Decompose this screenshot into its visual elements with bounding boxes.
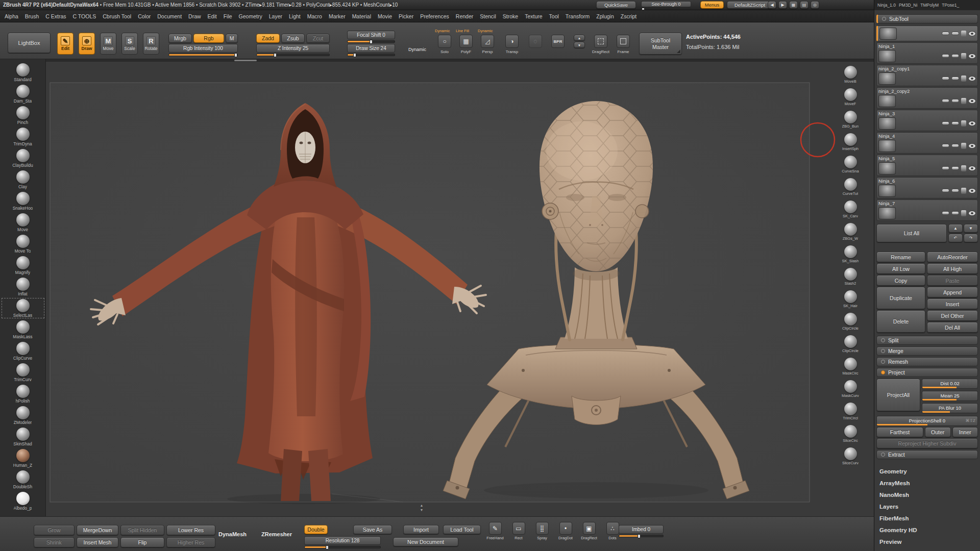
autoreorder-button[interactable]: AutoReorder xyxy=(927,252,978,262)
menu-item[interactable]: Stroke xyxy=(503,13,518,19)
stroke-type-item[interactable]: ▣ DragRect xyxy=(579,522,599,540)
window-control-icon[interactable]: ▶ xyxy=(778,1,787,9)
quick-brush-item[interactable]: SK_Slash xyxy=(832,243,869,265)
brush-item[interactable]: SnakeHoo xyxy=(1,190,45,212)
extract-section[interactable]: Extract xyxy=(876,450,978,459)
solo-icon[interactable]: ○ xyxy=(438,35,451,48)
see-through-slider[interactable]: See-through 0 xyxy=(641,1,691,9)
tool-tab[interactable]: TPose1_ xyxy=(942,3,959,8)
brush-item[interactable]: Move xyxy=(1,212,45,233)
menu-item[interactable]: Alpha xyxy=(5,13,18,19)
uv-toggle-icon[interactable] xyxy=(951,211,959,215)
menu-item[interactable]: Texture xyxy=(525,13,542,19)
visibility-eye-icon[interactable] xyxy=(968,211,976,216)
resolution-slider[interactable]: Resolution 128 xyxy=(304,536,381,548)
brush-item[interactable]: ClipCurve xyxy=(1,340,45,362)
project-section[interactable]: Project xyxy=(876,368,978,377)
paintbrush-icon[interactable] xyxy=(961,165,966,171)
polypaint-toggle-icon[interactable] xyxy=(942,189,949,192)
uv-toggle-icon[interactable] xyxy=(951,32,959,35)
all-low-button[interactable]: All Low xyxy=(876,263,925,274)
paintbrush-icon[interactable] xyxy=(961,31,966,37)
uv-toggle-icon[interactable] xyxy=(951,144,959,147)
polypaint-toggle-icon[interactable] xyxy=(942,211,949,215)
brush-item[interactable]: Inflat xyxy=(1,276,45,297)
paintbrush-icon[interactable] xyxy=(961,120,966,127)
menu-item[interactable]: C TOOLS xyxy=(73,13,96,19)
menu-item[interactable]: Zplugin xyxy=(596,13,614,19)
tool-tab[interactable]: TMPolyM xyxy=(920,3,939,8)
dynamesh-label[interactable]: DynaMesh xyxy=(218,531,247,537)
quick-brush-item[interactable]: MoveB xyxy=(832,63,869,86)
polypaint-toggle-icon[interactable] xyxy=(942,144,949,147)
window-control-icon[interactable]: ◀ xyxy=(768,1,776,9)
lightbox-button[interactable]: LightBox xyxy=(8,33,51,53)
brush-item[interactable]: SkinShad xyxy=(1,426,45,447)
brush-item[interactable]: Human_Z xyxy=(1,447,45,469)
delete-button[interactable]: Delete xyxy=(876,310,925,333)
palette-header[interactable]: Geometry HD xyxy=(876,524,978,536)
menu-item[interactable]: Macro xyxy=(307,13,322,19)
polypaint-toggle-icon[interactable] xyxy=(942,166,949,170)
quick-brush-item[interactable]: SK_Hair xyxy=(832,288,869,310)
menu-item[interactable]: Light xyxy=(289,13,301,19)
quick-brush-item[interactable]: ClipCircle xyxy=(832,310,869,333)
paintbrush-icon[interactable] xyxy=(961,76,966,82)
window-control-icon[interactable]: ◎ xyxy=(811,1,819,9)
remesh-section[interactable]: Remesh xyxy=(876,357,978,366)
pa-blur-slider[interactable]: PA Blur 10 xyxy=(922,403,978,413)
scroll-down-icon[interactable]: ▼ xyxy=(418,508,426,512)
visibility-eye-icon[interactable] xyxy=(968,76,976,81)
subtool-move-fwd-icon[interactable]: ↷ xyxy=(964,234,978,242)
imbed-slider[interactable]: Imbed 0 xyxy=(619,525,664,537)
polypaint-toggle-icon[interactable] xyxy=(942,77,949,80)
menu-item[interactable]: Render xyxy=(456,13,473,19)
transparency-icon[interactable]: ◑ xyxy=(505,35,519,48)
list-all-button[interactable]: List All xyxy=(876,224,947,242)
scrollbar-thumb[interactable] xyxy=(234,60,257,61)
zsub-button[interactable]: Zsub xyxy=(281,34,305,43)
quick-brush-item[interactable]: ZBGs_W xyxy=(832,220,869,243)
menu-item[interactable]: C Extras xyxy=(45,13,66,19)
new-document-button[interactable]: New Document xyxy=(393,537,458,546)
menu-item[interactable]: Zscript xyxy=(621,13,637,19)
shelf-down-arrow[interactable]: ▼ xyxy=(574,42,585,48)
quick-brush-item[interactable]: SliceCirc xyxy=(832,422,869,445)
insert-button[interactable]: Insert xyxy=(927,298,978,309)
palette-header[interactable]: Geometry xyxy=(876,465,978,477)
subtool-item[interactable]: Ninja_4 xyxy=(876,132,978,154)
menu-item[interactable]: Picker xyxy=(399,13,413,19)
paintbrush-icon[interactable] xyxy=(961,188,966,194)
quick-brush-item[interactable]: MaskCirc xyxy=(832,355,869,378)
uv-toggle-icon[interactable] xyxy=(951,99,959,103)
uv-toggle-icon[interactable] xyxy=(951,121,959,125)
visibility-eye-icon[interactable] xyxy=(968,143,976,148)
focal-shift-slider[interactable]: Focal Shift 0 xyxy=(347,31,395,43)
dist-slider[interactable]: Dist 0.02 xyxy=(922,379,978,389)
polypaint-toggle-icon[interactable] xyxy=(942,54,949,58)
menus-button[interactable]: Menus xyxy=(700,1,724,9)
split-section[interactable]: Split xyxy=(876,336,978,345)
copy-button[interactable]: Copy xyxy=(876,275,925,286)
tray-button[interactable]: Grow xyxy=(34,525,75,535)
brush-item[interactable]: TrimCurv xyxy=(1,362,45,383)
brush-item[interactable]: Magnify xyxy=(1,255,45,276)
menu-item[interactable]: Material xyxy=(352,13,371,19)
uv-toggle-icon[interactable] xyxy=(951,166,959,170)
tray-button[interactable]: Flip xyxy=(120,537,164,547)
menu-item[interactable]: Layer xyxy=(269,13,282,19)
brush-item[interactable]: Move To xyxy=(1,233,45,255)
draw-size-slider[interactable]: Draw Size 24 xyxy=(347,44,395,56)
subtool-item[interactable]: Ninja_3 xyxy=(876,110,978,131)
perspective-icon[interactable]: ◿ xyxy=(481,35,494,48)
uv-toggle-icon[interactable] xyxy=(951,54,959,58)
stroke-type-item[interactable]: ✎ FreeHand xyxy=(485,522,505,540)
farthest-button[interactable]: Farthest xyxy=(876,427,923,437)
tray-button[interactable]: Higher Res xyxy=(166,537,215,547)
quick-brush-item[interactable]: ClipCircle xyxy=(832,333,869,355)
tray-button[interactable]: Lower Res xyxy=(166,525,215,535)
quick-brush-item[interactable]: CurveTut xyxy=(832,176,869,198)
project-all-button[interactable]: ProjectAll xyxy=(876,379,920,411)
brush-item[interactable]: Standard xyxy=(1,62,45,83)
visibility-eye-icon[interactable] xyxy=(968,54,976,59)
